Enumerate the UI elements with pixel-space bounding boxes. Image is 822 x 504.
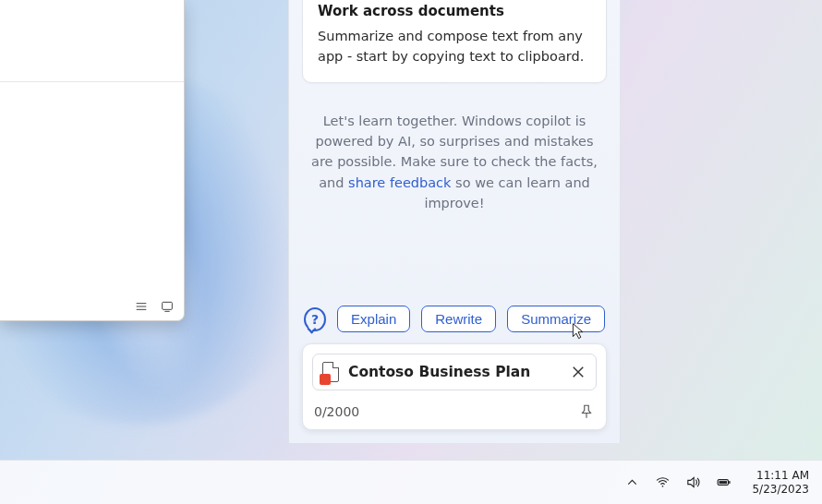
tip-title: Work across documents	[318, 3, 591, 19]
remove-attachment-button[interactable]	[570, 364, 586, 380]
tray-overflow-icon[interactable]	[624, 474, 640, 490]
clock-time: 11:11 AM	[752, 469, 809, 483]
clock-date: 5/23/2023	[752, 483, 809, 497]
compose-input-card: Contoso Business Plan 0/2000	[302, 343, 607, 430]
attachment-name: Contoso Business Plan	[348, 364, 561, 380]
tip-body: Summarize and compose text from any app …	[318, 27, 591, 67]
focus-mode-icon[interactable]	[160, 299, 175, 314]
copilot-panel: Work across documents Summarize and comp…	[288, 0, 621, 443]
svg-rect-3	[163, 302, 173, 309]
document-icon	[322, 362, 339, 382]
svg-rect-10	[730, 481, 731, 484]
char-counter: 0/2000	[314, 404, 359, 419]
suggested-actions-row: ? Explain Rewrite Summarize	[304, 306, 605, 332]
system-tray: 11:11 AM 5/23/2023	[624, 469, 809, 497]
taskbar-clock[interactable]: 11:11 AM 5/23/2023	[752, 469, 809, 497]
list-icon[interactable]	[134, 299, 149, 314]
wifi-icon[interactable]	[655, 474, 671, 490]
help-glyph: ?	[311, 312, 319, 327]
explain-button[interactable]: Explain	[337, 306, 410, 332]
svg-point-8	[662, 486, 664, 487]
volume-icon[interactable]	[685, 474, 701, 490]
disclaimer-text: Let's learn together. Windows copilot is…	[308, 111, 601, 214]
help-icon[interactable]: ?	[304, 307, 326, 331]
window-statusbar	[0, 293, 184, 320]
rewrite-button[interactable]: Rewrite	[421, 306, 496, 332]
compose-footer: 0/2000	[303, 390, 606, 429]
window-divider	[0, 81, 184, 82]
svg-rect-11	[719, 481, 728, 484]
desktop: Work across documents Summarize and comp…	[0, 0, 822, 504]
background-app-window	[0, 0, 185, 321]
summarize-button[interactable]: Summarize	[507, 306, 605, 332]
share-feedback-link[interactable]: share feedback	[348, 175, 451, 190]
pin-button[interactable]	[578, 403, 595, 420]
attachment-chip: Contoso Business Plan	[312, 354, 597, 390]
taskbar: 11:11 AM 5/23/2023	[0, 460, 822, 504]
battery-icon[interactable]	[716, 474, 731, 490]
tip-card: Work across documents Summarize and comp…	[302, 0, 607, 83]
